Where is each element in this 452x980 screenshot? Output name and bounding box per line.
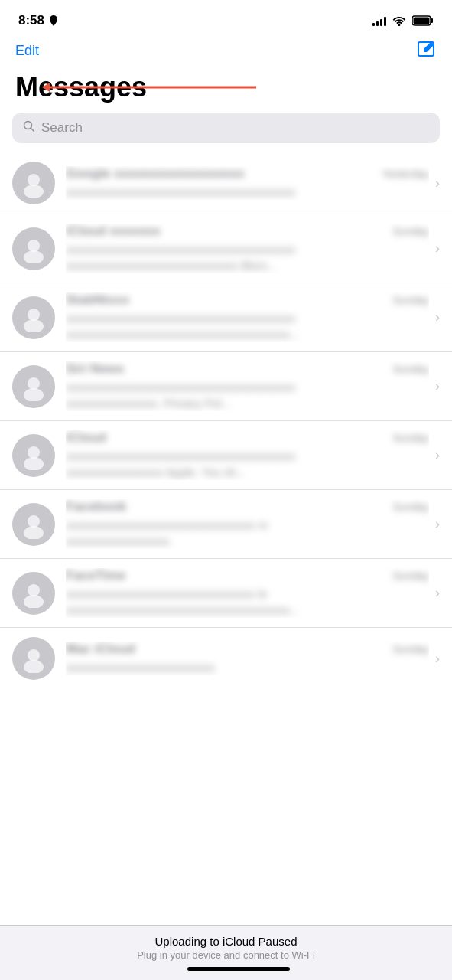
message-content-1: Google xxxxxxxxxxxxxxxxxx Yesterday xxxx…: [66, 166, 429, 200]
status-time: 8:58: [18, 13, 58, 28]
message-item-5[interactable]: iCloud Sunday xxxxxxxxxxxxxxxxxxxxxxxxxx…: [0, 421, 452, 490]
svg-point-21: [24, 595, 44, 608]
bottom-bar: Uploading to iCloud Paused Plug in your …: [0, 925, 452, 980]
message-preview-2b: xxxxxxxxxxxxxxxxxxxxxxxxxxxxxx Blurs...: [66, 257, 429, 273]
signal-icon: [372, 15, 386, 26]
message-time-4: Sunday: [393, 363, 429, 375]
message-preview-7a: xxxxxxxxxxxxxxxxxxxxxxxxxxxxxxxxx le: [66, 586, 429, 602]
message-content-5: iCloud Sunday xxxxxxxxxxxxxxxxxxxxxxxxxx…: [66, 430, 429, 480]
message-item-6[interactable]: Facebook Sunday xxxxxxxxxxxxxxxxxxxxxxxx…: [0, 490, 452, 559]
page-title: Messages: [0, 68, 452, 113]
avatar-5: [12, 434, 55, 477]
contact-name-8: Mac iCloud: [66, 642, 387, 657]
svg-point-22: [28, 649, 40, 662]
message-preview-3b: xxxxxxxxxxxxxxxxxxxxxxxxxxxxxxxxxxxxxxx.…: [66, 326, 429, 342]
message-preview-3a: xxxxxxxxxxxxxxxxxxxxxxxxxxxxxxxxxxxxxxxx: [66, 310, 429, 326]
message-content-3: StabNtxxx Sunday xxxxxxxxxxxxxxxxxxxxxxx…: [66, 292, 429, 342]
message-time-1: Yesterday: [382, 168, 429, 180]
search-placeholder: Search: [41, 120, 83, 136]
chevron-icon-5: ›: [435, 447, 440, 463]
svg-point-19: [24, 526, 44, 539]
message-content-7: FaceTime Sunday xxxxxxxxxxxxxxxxxxxxxxxx…: [66, 568, 429, 618]
message-item-1[interactable]: Google xxxxxxxxxxxxxxxxxx Yesterday xxxx…: [0, 152, 452, 214]
avatar-2: [12, 227, 55, 270]
message-preview-6b: xxxxxxxxxxxxxxxxxx.: [66, 533, 429, 549]
compose-icon: [417, 40, 437, 60]
svg-rect-2: [414, 18, 430, 24]
chevron-icon-8: ›: [435, 651, 440, 667]
svg-point-11: [24, 250, 44, 263]
avatar-8: [12, 637, 55, 680]
svg-point-15: [24, 388, 44, 401]
location-icon: [49, 15, 58, 26]
svg-point-23: [24, 660, 44, 673]
svg-point-9: [24, 185, 44, 198]
message-content-2: iCloud xxxxxxx Sunday xxxxxxxxxxxxxxxxxx…: [66, 224, 429, 273]
message-preview-2a: xxxxxxxxxxxxxxxxxxxxxxxxxxxxxxxxxxxxxxxx: [66, 241, 429, 257]
svg-point-13: [24, 319, 44, 332]
message-item-3[interactable]: StabNtxxx Sunday xxxxxxxxxxxxxxxxxxxxxxx…: [0, 283, 452, 352]
svg-point-8: [28, 174, 40, 186]
svg-point-16: [28, 446, 40, 459]
message-content-6: Facebook Sunday xxxxxxxxxxxxxxxxxxxxxxxx…: [66, 499, 429, 549]
svg-point-12: [28, 309, 40, 321]
message-list: Google xxxxxxxxxxxxxxxxxx Yesterday xxxx…: [0, 152, 452, 689]
chevron-icon-2: ›: [435, 240, 440, 256]
message-content-8: Mac iCloud Sunday xxxxxxxxxxxxxxxxxxxxxx…: [66, 642, 429, 675]
search-bar[interactable]: Search: [12, 113, 440, 143]
message-time-8: Sunday: [393, 643, 429, 655]
bottom-bar-title: Uploading to iCloud Paused: [12, 935, 440, 948]
svg-point-20: [28, 584, 40, 596]
message-item-7[interactable]: FaceTime Sunday xxxxxxxxxxxxxxxxxxxxxxxx…: [0, 559, 452, 628]
avatar-1: [12, 162, 55, 204]
contact-name-1: Google xxxxxxxxxxxxxxxxxx: [66, 166, 376, 181]
search-icon: [23, 120, 35, 136]
battery-icon: [412, 15, 434, 26]
contact-name-4: Siri News: [66, 361, 387, 377]
message-preview-4a: xxxxxxxxxxxxxxxxxxxxxxxxxxxxxxxxxxxxxxxx: [66, 379, 429, 395]
avatar-6: [12, 503, 55, 546]
contact-name-5: iCloud: [66, 430, 387, 446]
contact-name-3: StabNtxxx: [66, 292, 387, 308]
avatar-3: [12, 296, 55, 339]
wifi-icon: [392, 15, 406, 26]
svg-point-18: [28, 515, 40, 528]
message-preview-8: xxxxxxxxxxxxxxxxxxxxxxxxxx: [66, 659, 429, 675]
message-item-8[interactable]: Mac iCloud Sunday xxxxxxxxxxxxxxxxxxxxxx…: [0, 628, 452, 689]
search-container: Search: [0, 113, 452, 152]
contact-name-7: FaceTime: [66, 568, 387, 583]
message-time-3: Sunday: [393, 294, 429, 306]
message-preview-1: xxxxxxxxxxxxxxxxxxxxxxxxxxxxxxxxxxxxxxxx: [66, 184, 429, 200]
message-preview-6a: xxxxxxxxxxxxxxxxxxxxxxxxxxxxxxxxx ni: [66, 517, 429, 533]
svg-line-7: [31, 129, 34, 132]
svg-point-10: [28, 240, 40, 252]
home-pill: [187, 967, 290, 971]
chevron-icon-4: ›: [435, 378, 440, 394]
contact-name-2: iCloud xxxxxxx: [66, 224, 387, 239]
time-label: 8:58: [18, 13, 44, 28]
compose-button[interactable]: [417, 40, 437, 62]
message-preview-5b: xxxxxxxxxxxxxxxxx Apple. You sh...: [66, 464, 429, 480]
svg-rect-1: [431, 18, 434, 23]
bottom-bar-subtitle: Plug in your device and connect to Wi-Fi: [12, 949, 440, 961]
status-bar: 8:58: [0, 0, 452, 37]
message-content-4: Siri News Sunday xxxxxxxxxxxxxxxxxxxxxxx…: [66, 361, 429, 411]
message-time-7: Sunday: [393, 570, 429, 582]
chevron-icon-1: ›: [435, 175, 440, 191]
avatar-4: [12, 365, 55, 408]
status-icons: [372, 15, 434, 26]
chevron-icon-6: ›: [435, 516, 440, 532]
svg-point-14: [28, 377, 40, 390]
message-preview-4b: xxxxxxxxxxxxxxxx. Privacy Pol...: [66, 395, 429, 411]
chevron-icon-7: ›: [435, 585, 440, 601]
home-indicator: [12, 961, 452, 974]
message-time-6: Sunday: [393, 501, 429, 513]
avatar-7: [12, 572, 55, 615]
message-preview-5a: xxxxxxxxxxxxxxxxxxxxxxxxxxxxxxxxxxxxxxxx: [66, 448, 429, 464]
chevron-icon-3: ›: [435, 309, 440, 325]
message-item-4[interactable]: Siri News Sunday xxxxxxxxxxxxxxxxxxxxxxx…: [0, 352, 452, 421]
message-preview-7b: xxxxxxxxxxxxxxxxxxxxxxxxxxxxxxxxxxxxxxx.…: [66, 602, 429, 618]
message-item-2[interactable]: iCloud xxxxxxx Sunday xxxxxxxxxxxxxxxxxx…: [0, 214, 452, 283]
message-time-5: Sunday: [393, 432, 429, 444]
edit-button[interactable]: Edit: [15, 43, 39, 59]
